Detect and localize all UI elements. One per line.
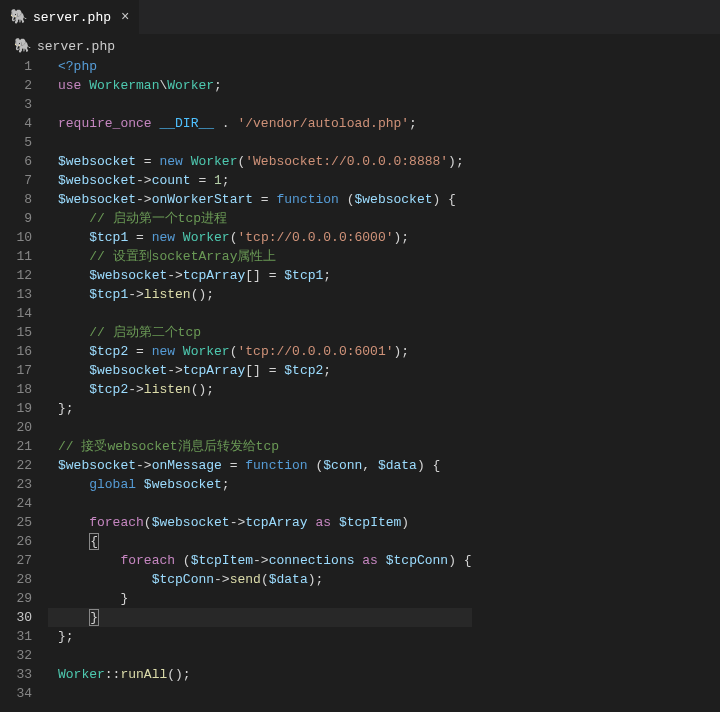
code-content[interactable]: <?phpuse Workerman\Worker; require_once … bbox=[48, 57, 472, 703]
line-number: 14 bbox=[0, 304, 32, 323]
line-number: 21 bbox=[0, 437, 32, 456]
code-line[interactable]: $tcp1 = new Worker('tcp://0.0.0.0:6000')… bbox=[58, 228, 472, 247]
line-number: 33 bbox=[0, 665, 32, 684]
code-editor[interactable]: 1234567891011121314151617181920212223242… bbox=[0, 57, 720, 703]
line-number: 25 bbox=[0, 513, 32, 532]
code-line[interactable]: $websocket->onMessage = function ($conn,… bbox=[58, 456, 472, 475]
line-number: 12 bbox=[0, 266, 32, 285]
line-number: 7 bbox=[0, 171, 32, 190]
code-line[interactable]: $websocket->tcpArray[] = $tcp1; bbox=[58, 266, 472, 285]
line-number: 19 bbox=[0, 399, 32, 418]
code-line[interactable]: // 启动第二个tcp bbox=[58, 323, 472, 342]
code-line[interactable]: $tcpConn->send($data); bbox=[58, 570, 472, 589]
code-line[interactable]: foreach($websocket->tcpArray as $tcpItem… bbox=[58, 513, 472, 532]
code-line[interactable]: // 接受websocket消息后转发给tcp bbox=[58, 437, 472, 456]
line-number: 29 bbox=[0, 589, 32, 608]
line-number: 15 bbox=[0, 323, 32, 342]
code-line[interactable]: $tcp2 = new Worker('tcp://0.0.0.0:6001')… bbox=[58, 342, 472, 361]
line-number: 2 bbox=[0, 76, 32, 95]
code-line[interactable]: // 启动第一个tcp进程 bbox=[58, 209, 472, 228]
code-line[interactable]: Worker::runAll(); bbox=[58, 665, 472, 684]
code-line[interactable] bbox=[58, 304, 472, 323]
line-number: 6 bbox=[0, 152, 32, 171]
line-number: 5 bbox=[0, 133, 32, 152]
code-line[interactable]: <?php bbox=[58, 57, 472, 76]
line-number: 26 bbox=[0, 532, 32, 551]
line-number: 11 bbox=[0, 247, 32, 266]
code-line[interactable] bbox=[58, 133, 472, 152]
close-icon[interactable]: × bbox=[121, 9, 129, 25]
code-line[interactable]: use Workerman\Worker; bbox=[58, 76, 472, 95]
code-line[interactable]: foreach ($tcpItem->connections as $tcpCo… bbox=[58, 551, 472, 570]
line-number: 31 bbox=[0, 627, 32, 646]
line-number: 17 bbox=[0, 361, 32, 380]
code-line[interactable]: $websocket->count = 1; bbox=[58, 171, 472, 190]
line-number: 23 bbox=[0, 475, 32, 494]
code-line[interactable]: // 设置到socketArray属性上 bbox=[58, 247, 472, 266]
code-line[interactable]: $tcp1->listen(); bbox=[58, 285, 472, 304]
code-line[interactable]: { bbox=[58, 532, 472, 551]
code-line[interactable]: $websocket->tcpArray[] = $tcp2; bbox=[58, 361, 472, 380]
code-line[interactable]: } bbox=[58, 589, 472, 608]
line-number: 22 bbox=[0, 456, 32, 475]
line-number: 13 bbox=[0, 285, 32, 304]
code-line[interactable] bbox=[58, 494, 472, 513]
code-line[interactable] bbox=[58, 418, 472, 437]
code-line[interactable]: $tcp2->listen(); bbox=[58, 380, 472, 399]
line-number: 4 bbox=[0, 114, 32, 133]
line-number: 32 bbox=[0, 646, 32, 665]
code-line[interactable]: global $websocket; bbox=[58, 475, 472, 494]
line-number: 24 bbox=[0, 494, 32, 513]
breadcrumb-file: server.php bbox=[37, 39, 115, 54]
line-number: 10 bbox=[0, 228, 32, 247]
line-number-gutter: 1234567891011121314151617181920212223242… bbox=[0, 57, 48, 703]
line-number: 16 bbox=[0, 342, 32, 361]
editor-tabs-bar: 🐘 server.php × bbox=[0, 0, 720, 35]
php-file-icon: 🐘 bbox=[10, 10, 27, 24]
tab-label: server.php bbox=[33, 10, 111, 25]
code-line[interactable] bbox=[58, 646, 472, 665]
code-line[interactable]: }; bbox=[58, 627, 472, 646]
line-number: 27 bbox=[0, 551, 32, 570]
code-line[interactable]: }; bbox=[58, 399, 472, 418]
line-number: 8 bbox=[0, 190, 32, 209]
breadcrumb[interactable]: 🐘 server.php bbox=[0, 35, 720, 57]
code-line[interactable] bbox=[58, 95, 472, 114]
line-number: 3 bbox=[0, 95, 32, 114]
line-number: 1 bbox=[0, 57, 32, 76]
line-number: 30 bbox=[0, 608, 32, 627]
code-line[interactable] bbox=[58, 684, 472, 703]
line-number: 9 bbox=[0, 209, 32, 228]
line-number: 34 bbox=[0, 684, 32, 703]
line-number: 18 bbox=[0, 380, 32, 399]
code-line[interactable]: } bbox=[48, 608, 472, 627]
code-line[interactable]: $websocket->onWorkerStart = function ($w… bbox=[58, 190, 472, 209]
code-line[interactable]: $websocket = new Worker('Websocket://0.0… bbox=[58, 152, 472, 171]
php-file-icon: 🐘 bbox=[14, 39, 31, 53]
tab-server-php[interactable]: 🐘 server.php × bbox=[0, 0, 140, 34]
code-line[interactable]: require_once __DIR__ . '/vendor/autoload… bbox=[58, 114, 472, 133]
line-number: 28 bbox=[0, 570, 32, 589]
line-number: 20 bbox=[0, 418, 32, 437]
